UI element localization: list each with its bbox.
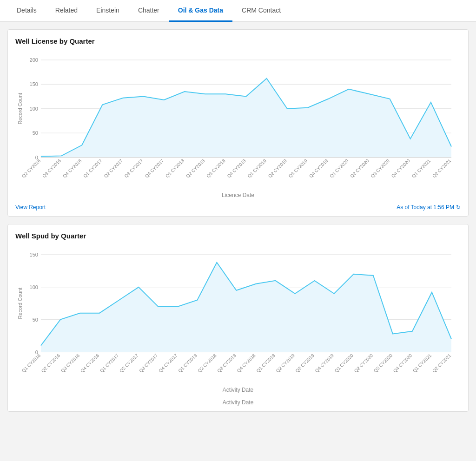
svg-text:Q1 CY2020: Q1 CY2020 <box>329 158 350 179</box>
svg-text:Q1 CY2020: Q1 CY2020 <box>334 353 355 374</box>
svg-text:100: 100 <box>30 106 38 112</box>
svg-text:Q3 CY2019: Q3 CY2019 <box>294 353 315 374</box>
svg-text:Q2 CY2017: Q2 CY2017 <box>119 353 139 374</box>
svg-text:Q4 CY2019: Q4 CY2019 <box>314 353 335 374</box>
svg-text:Q4 CY2020: Q4 CY2020 <box>392 353 413 374</box>
svg-text:Q4 CY2018: Q4 CY2018 <box>226 158 247 179</box>
chart1-as-of: As of Today at 1:56 PM ↻ <box>397 204 461 211</box>
chart1-title: Well License by Quarter <box>15 37 461 45</box>
svg-text:Q2 CY2018: Q2 CY2018 <box>185 158 206 179</box>
tab-related[interactable]: Related <box>46 0 87 22</box>
chart2-footer: Activity Date <box>15 399 461 406</box>
svg-text:Q2 CY2019: Q2 CY2019 <box>267 158 288 179</box>
svg-text:Q3 CY2018: Q3 CY2018 <box>216 353 237 374</box>
tab-bar: DetailsRelatedEinsteinChatterOil & Gas D… <box>0 0 476 22</box>
svg-text:Q1 CY2016: Q1 CY2016 <box>21 353 42 374</box>
svg-text:Q2 CY2017: Q2 CY2017 <box>103 158 124 179</box>
svg-text:Q3 CY2017: Q3 CY2017 <box>123 158 144 179</box>
refresh-icon[interactable]: ↻ <box>456 204 461 211</box>
svg-text:Q1 CY2019: Q1 CY2019 <box>255 353 276 374</box>
chart-card-well-license: Well License by Quarter 050100150200Q2 C… <box>7 29 469 217</box>
svg-text:Q3 CY2016: Q3 CY2016 <box>41 158 62 179</box>
svg-text:150: 150 <box>30 252 38 257</box>
svg-text:Q3 CY2019: Q3 CY2019 <box>288 158 309 179</box>
svg-text:Q4 CY2020: Q4 CY2020 <box>390 158 411 179</box>
svg-text:Q3 CY2018: Q3 CY2018 <box>205 158 226 179</box>
svg-text:Q4 CY2017: Q4 CY2017 <box>144 158 165 179</box>
svg-text:Activity Date: Activity Date <box>223 387 254 394</box>
chart1-view-report[interactable]: View Report <box>15 204 46 211</box>
svg-text:Q2 CY2018: Q2 CY2018 <box>197 353 218 374</box>
svg-text:50: 50 <box>33 130 38 136</box>
svg-text:Q4 CY2018: Q4 CY2018 <box>236 353 257 374</box>
chart2-xlabel: Activity Date <box>223 399 254 406</box>
svg-text:Q3 CY2020: Q3 CY2020 <box>373 353 394 374</box>
svg-text:100: 100 <box>30 284 38 290</box>
main-content: Well License by Quarter 050100150200Q2 C… <box>0 22 476 419</box>
svg-text:Record Count: Record Count <box>17 93 23 125</box>
svg-text:Record Count: Record Count <box>17 288 23 319</box>
chart1-svg: 050100150200Q2 CY2016Q3 CY2016Q4 CY2016Q… <box>15 51 461 199</box>
svg-text:Q4 CY2016: Q4 CY2016 <box>79 353 100 374</box>
svg-text:Q3 CY2020: Q3 CY2020 <box>370 158 390 179</box>
chart-card-well-spud: Well Spud by Quarter 050100150Q1 CY2016Q… <box>7 224 469 411</box>
chart2-title: Well Spud by Quarter <box>15 232 461 240</box>
svg-text:Q1 CY2017: Q1 CY2017 <box>99 353 120 374</box>
chart1-footer: View Report As of Today at 1:56 PM ↻ <box>15 204 461 211</box>
svg-text:Q3 CY2017: Q3 CY2017 <box>138 353 159 374</box>
svg-text:Q1 CY2018: Q1 CY2018 <box>177 353 198 374</box>
chart2-wrapper: 050100150Q1 CY2016Q2 CY2016Q3 CY2016Q4 C… <box>15 245 461 395</box>
svg-text:Q4 CY2019: Q4 CY2019 <box>308 158 329 179</box>
svg-text:Q1 CY2019: Q1 CY2019 <box>246 158 267 179</box>
svg-text:50: 50 <box>33 317 38 323</box>
svg-text:Q2 CY2016: Q2 CY2016 <box>21 158 42 179</box>
svg-text:Q1 CY2017: Q1 CY2017 <box>82 158 103 179</box>
tab-oil-and-gas-data[interactable]: Oil & Gas Data <box>169 0 232 22</box>
svg-text:150: 150 <box>30 81 38 87</box>
tab-crm-contact[interactable]: CRM Contact <box>232 0 290 22</box>
svg-text:Q3 CY2016: Q3 CY2016 <box>60 353 81 374</box>
svg-text:Q2 CY2016: Q2 CY2016 <box>40 353 61 374</box>
svg-text:200: 200 <box>30 57 38 63</box>
tab-chatter[interactable]: Chatter <box>129 0 169 22</box>
svg-text:Q2 CY2021: Q2 CY2021 <box>431 158 452 179</box>
svg-text:Q2 CY2021: Q2 CY2021 <box>431 353 452 374</box>
tab-einstein[interactable]: Einstein <box>87 0 129 22</box>
chart2-svg: 050100150Q1 CY2016Q2 CY2016Q3 CY2016Q4 C… <box>15 245 461 394</box>
chart1-wrapper: 050100150200Q2 CY2016Q3 CY2016Q4 CY2016Q… <box>15 51 461 200</box>
svg-text:Q2 CY2020: Q2 CY2020 <box>349 158 370 179</box>
svg-text:Q1 CY2021: Q1 CY2021 <box>411 158 432 179</box>
svg-text:Licence Date: Licence Date <box>222 192 254 198</box>
svg-text:Q4 CY2017: Q4 CY2017 <box>158 353 178 374</box>
svg-text:Q1 CY2018: Q1 CY2018 <box>165 158 185 179</box>
svg-text:Q2 CY2020: Q2 CY2020 <box>353 353 374 374</box>
svg-text:Q2 CY2019: Q2 CY2019 <box>275 353 296 374</box>
svg-text:Q4 CY2016: Q4 CY2016 <box>62 158 83 179</box>
tab-details[interactable]: Details <box>7 0 46 22</box>
svg-text:Q1 CY2021: Q1 CY2021 <box>412 353 433 374</box>
